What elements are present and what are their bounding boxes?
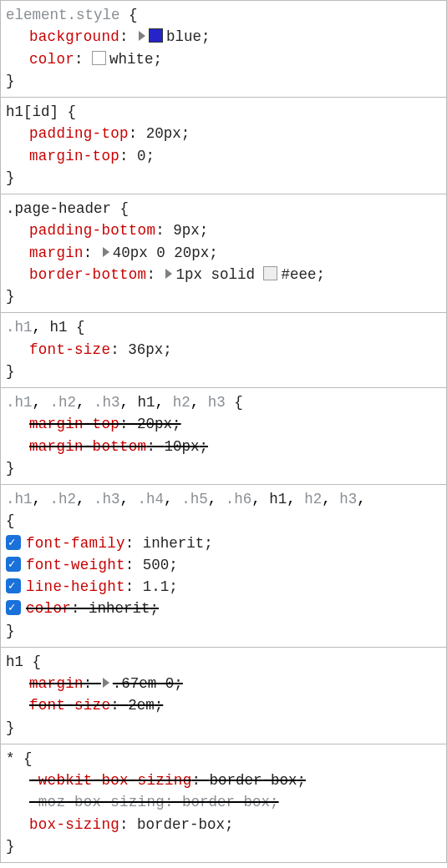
selector[interactable]: h1 bbox=[50, 319, 68, 336]
selector[interactable]: h2 bbox=[173, 394, 190, 411]
css-property[interactable]: font-size bbox=[29, 341, 110, 358]
selector[interactable]: .h2 bbox=[50, 394, 77, 411]
selector[interactable]: h3 bbox=[339, 491, 357, 507]
property-checkbox[interactable] bbox=[6, 600, 21, 615]
css-declaration[interactable]: -moz-box-sizing: border-box; bbox=[6, 791, 441, 813]
colon: : bbox=[119, 28, 137, 45]
selector-line[interactable]: .h1, h1 { bbox=[6, 316, 441, 338]
property-checkbox[interactable] bbox=[6, 535, 21, 550]
css-property[interactable]: margin bbox=[29, 675, 84, 692]
css-property[interactable]: color bbox=[26, 600, 71, 617]
css-value[interactable]: inherit bbox=[89, 600, 150, 617]
color-swatch[interactable] bbox=[263, 266, 277, 280]
selector[interactable]: .h3 bbox=[94, 394, 120, 411]
selector[interactable]: h1 bbox=[138, 394, 155, 411]
color-swatch[interactable] bbox=[149, 28, 163, 43]
css-value[interactable]: white bbox=[109, 51, 154, 68]
css-value[interactable]: 20px bbox=[146, 125, 181, 142]
selector-line[interactable]: .page-header { bbox=[6, 198, 441, 220]
css-value[interactable]: blue bbox=[166, 28, 201, 45]
selector[interactable]: .h6 bbox=[226, 491, 252, 507]
css-property[interactable]: margin bbox=[29, 245, 84, 261]
selector[interactable]: .h1 bbox=[6, 491, 33, 507]
css-declaration[interactable]: border-bottom: 1px solid #eee; bbox=[6, 264, 441, 285]
expand-icon[interactable] bbox=[103, 247, 109, 257]
css-value[interactable]: 1.1 bbox=[143, 578, 170, 595]
css-declaration[interactable]: margin-bottom: 10px; bbox=[6, 436, 441, 457]
expand-icon[interactable] bbox=[165, 269, 172, 279]
css-declaration[interactable]: padding-bottom: 9px; bbox=[6, 220, 441, 241]
css-value[interactable]: border-box bbox=[137, 816, 225, 833]
css-value[interactable]: 20px bbox=[137, 416, 172, 432]
css-property[interactable]: background bbox=[29, 28, 119, 45]
css-property[interactable]: color bbox=[29, 51, 74, 68]
css-declaration[interactable]: -webkit-box-sizing: border-box; bbox=[6, 770, 441, 791]
css-declaration[interactable]: margin: .67em 0; bbox=[6, 673, 441, 694]
css-value[interactable]: 2em bbox=[128, 697, 155, 714]
css-value[interactable]: 40px 0 20px bbox=[113, 245, 210, 261]
css-value[interactable]: 9px bbox=[173, 222, 200, 239]
selector-line[interactable]: element.style { bbox=[6, 4, 441, 26]
selector-line[interactable]: .h1, .h2, .h3, .h4, .h5, .h6, h1, h2, h3… bbox=[6, 488, 441, 510]
selector[interactable]: h1 bbox=[6, 654, 23, 670]
css-property[interactable]: line-height bbox=[26, 578, 125, 595]
selector-line[interactable]: * { bbox=[6, 748, 441, 770]
css-value[interactable]: 500 bbox=[143, 557, 170, 573]
selector[interactable]: h3 bbox=[208, 394, 226, 411]
css-declaration[interactable]: line-height: 1.1; bbox=[6, 576, 441, 598]
css-property[interactable]: box-sizing bbox=[29, 816, 119, 833]
selector[interactable]: .page-header bbox=[6, 200, 111, 217]
css-declaration[interactable]: box-sizing: border-box; bbox=[6, 814, 441, 835]
css-property[interactable]: margin-bottom bbox=[29, 438, 146, 455]
property-checkbox[interactable] bbox=[6, 578, 21, 593]
css-value[interactable]: 0 bbox=[137, 148, 146, 164]
css-value[interactable]: 10px bbox=[164, 438, 199, 455]
selector-line[interactable]: h1 { bbox=[6, 651, 441, 673]
css-property[interactable]: -moz-box-sizing bbox=[29, 794, 165, 810]
color-swatch[interactable] bbox=[92, 51, 106, 65]
selector[interactable]: h1[id] bbox=[6, 103, 58, 120]
css-declaration[interactable]: margin-top: 20px; bbox=[6, 413, 441, 435]
selector[interactable]: .h3 bbox=[94, 491, 120, 507]
css-value[interactable]: 1px solid bbox=[175, 266, 263, 283]
css-value[interactable]: .67em 0 bbox=[113, 675, 175, 692]
selector[interactable]: element.style bbox=[6, 7, 120, 23]
selector-line[interactable]: .h1, .h2, .h3, h1, h2, h3 { bbox=[6, 391, 441, 413]
css-declaration[interactable]: color: inherit; bbox=[6, 598, 441, 619]
selector[interactable]: * bbox=[6, 750, 15, 767]
expand-icon[interactable] bbox=[139, 31, 145, 41]
css-declaration[interactable]: font-size: 2em; bbox=[6, 694, 441, 716]
selector[interactable]: .h4 bbox=[138, 491, 165, 507]
expand-icon[interactable] bbox=[103, 678, 109, 688]
selector[interactable]: h2 bbox=[304, 491, 322, 507]
selector[interactable]: h1 bbox=[269, 491, 287, 507]
property-checkbox[interactable] bbox=[6, 557, 21, 572]
selector-line[interactable]: h1[id] { bbox=[6, 101, 441, 123]
css-declaration[interactable]: color: white; bbox=[6, 48, 441, 70]
selector[interactable]: .h5 bbox=[181, 491, 208, 507]
css-value[interactable]: 36px bbox=[128, 341, 163, 358]
css-property[interactable]: -webkit-box-sizing bbox=[29, 772, 191, 789]
css-value[interactable]: border-box bbox=[182, 794, 270, 810]
css-declaration[interactable]: font-weight: 500; bbox=[6, 554, 441, 576]
css-property[interactable]: font-weight bbox=[26, 557, 125, 573]
css-property[interactable]: font-family bbox=[26, 535, 125, 552]
css-declaration[interactable]: font-size: 36px; bbox=[6, 339, 441, 361]
css-property[interactable]: margin-top bbox=[29, 416, 119, 432]
css-declaration[interactable]: font-family: inherit; bbox=[6, 532, 441, 554]
css-property[interactable]: margin-top bbox=[29, 148, 119, 164]
css-property[interactable]: font-size bbox=[29, 697, 110, 714]
css-declaration[interactable]: margin: 40px 0 20px; bbox=[6, 242, 441, 264]
css-property[interactable]: padding-bottom bbox=[29, 222, 155, 239]
css-property[interactable]: border-bottom bbox=[29, 266, 146, 283]
css-declaration[interactable]: margin-top: 0; bbox=[6, 145, 441, 167]
css-value[interactable]: border-box bbox=[209, 772, 297, 789]
selector[interactable]: .h1 bbox=[6, 394, 33, 411]
selector[interactable]: .h1 bbox=[6, 319, 33, 336]
css-value[interactable]: inherit bbox=[143, 535, 205, 552]
css-property[interactable]: padding-top bbox=[29, 125, 129, 142]
selector[interactable]: .h2 bbox=[50, 491, 77, 507]
css-declaration[interactable]: padding-top: 20px; bbox=[6, 123, 441, 144]
css-value[interactable]: #eee bbox=[281, 266, 316, 283]
css-declaration[interactable]: background: blue; bbox=[6, 26, 441, 48]
